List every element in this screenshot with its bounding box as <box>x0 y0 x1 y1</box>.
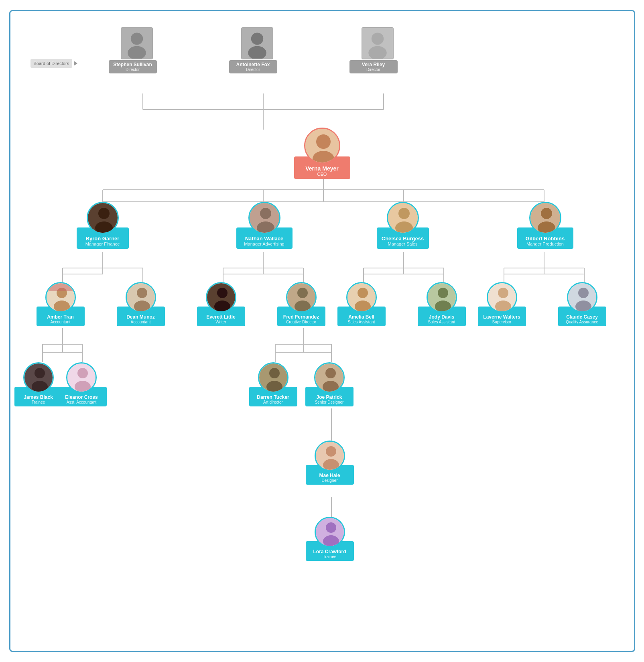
svg-point-69 <box>217 288 228 298</box>
svg-point-85 <box>575 301 591 313</box>
svg-point-88 <box>32 381 48 393</box>
name-dean: Dean Munoz <box>119 314 163 320</box>
svg-point-91 <box>75 381 91 393</box>
name-vera: Vera Riley <box>352 62 395 67</box>
node-byron[interactable]: Byron Garner Manager Finance <box>77 202 129 249</box>
title-jody: Sales Assistant <box>420 320 463 324</box>
svg-point-63 <box>54 301 70 313</box>
avatar-jody <box>427 282 457 313</box>
svg-point-72 <box>297 288 308 298</box>
node-nathan[interactable]: Nathan Wallace Manager Advertising <box>236 202 293 249</box>
title-lora: Trainee <box>308 554 351 559</box>
connector-workers-level4 <box>18 340 626 362</box>
node-amber[interactable]: Amber Tran Accountant <box>37 282 85 326</box>
svg-point-100 <box>323 459 339 471</box>
svg-point-66 <box>137 288 147 298</box>
node-antoinette[interactable]: Antoinette Fox Director <box>237 27 277 73</box>
svg-point-76 <box>355 301 371 313</box>
node-chelsea[interactable]: Chelsea Burgess Manager Sales <box>377 202 429 249</box>
node-verna[interactable]: Verna Meyer CEO <box>294 128 350 180</box>
name-chelsea: Chelsea Burgess <box>380 236 426 242</box>
connector-ceo-managers <box>18 180 626 202</box>
title-byron: Manager Finance <box>80 242 126 246</box>
svg-point-94 <box>266 381 282 393</box>
svg-point-96 <box>325 368 336 378</box>
node-everett[interactable]: Everett Little Writer <box>197 282 245 326</box>
board-label: Board of Directors <box>30 59 78 68</box>
svg-point-81 <box>498 288 508 298</box>
name-antoinette: Antoinette Fox <box>232 62 275 67</box>
node-dean[interactable]: Dean Munoz Accountant <box>117 282 165 326</box>
title-nathan: Manager Advertising <box>240 242 289 246</box>
svg-point-70 <box>214 301 230 313</box>
avatar-joe <box>314 362 345 393</box>
name-laverne: Laverne Walters <box>480 314 524 320</box>
managers-row: Byron Garner Manager Finance Nathan Wall… <box>18 202 626 260</box>
name-amber: Amber Tran <box>39 314 82 320</box>
node-darren[interactable]: Darren Tucker Art director <box>249 362 297 406</box>
svg-point-103 <box>323 535 339 547</box>
v-line-1 <box>263 104 264 128</box>
lora-row: Lora Crawford Trainee <box>18 517 626 573</box>
node-gilbert[interactable]: Gilbert Robbins Manger Production <box>517 202 573 249</box>
board-label-text: Board of Directors <box>30 59 73 68</box>
title-stephen: Director <box>111 67 154 72</box>
name-fred: Fred Fernandez <box>280 314 323 320</box>
workers-row: Amber Tran Accountant Dean Munoz Account… <box>18 282 626 340</box>
avatar-vera <box>362 27 394 59</box>
title-everett: Writer <box>199 320 243 324</box>
node-james[interactable]: James Black Trainee <box>14 362 63 406</box>
board-arrow-icon <box>74 61 77 66</box>
name-joe: Joe Patrick <box>308 394 351 400</box>
connector-joe-mae <box>18 420 626 441</box>
node-eleanor[interactable]: Eleanor Cross Asst. Accountant <box>57 362 107 406</box>
name-eleanor: Eleanor Cross <box>59 394 104 400</box>
node-laverne[interactable]: Laverne Walters Supervisor <box>478 282 526 326</box>
svg-point-84 <box>578 288 589 298</box>
node-mae[interactable]: Mae Hale Designer <box>306 441 354 485</box>
node-amelia[interactable]: Amelia Bell Sales Assistant <box>337 282 386 326</box>
svg-point-78 <box>438 288 448 298</box>
avatar-james <box>23 362 54 393</box>
name-verna: Verna Meyer <box>298 165 346 172</box>
svg-point-73 <box>295 301 311 313</box>
svg-point-102 <box>326 522 336 533</box>
node-fred[interactable]: Fred Fernandez Creative Director <box>277 282 325 326</box>
title-gilbert: Manger Production <box>520 242 570 246</box>
avatar-amber <box>45 282 76 313</box>
name-claude: Claude Casey <box>561 314 604 320</box>
node-stephen[interactable]: Stephen Sullivan Director <box>117 27 157 73</box>
title-verna: CEO <box>298 172 346 177</box>
node-vera[interactable]: Vera Riley Director <box>358 27 398 73</box>
node-claude[interactable]: Claude Casey Quality Assurance <box>558 282 606 326</box>
name-jody: Jody Davis <box>420 314 463 320</box>
name-amelia: Amelia Bell <box>340 314 383 320</box>
avatar-claude <box>567 282 597 313</box>
avatar-dean <box>126 282 156 313</box>
svg-point-87 <box>35 368 45 378</box>
mae-row: Mae Hale Designer <box>18 441 626 497</box>
avatar-darren <box>258 362 288 393</box>
node-lora[interactable]: Lora Crawford Trainee <box>306 517 354 561</box>
avatar-byron <box>87 202 119 234</box>
node-jody[interactable]: Jody Davis Sales Assistant <box>418 282 466 326</box>
name-gilbert: Gilbert Robbins <box>520 236 570 242</box>
title-eleanor: Asst. Accountant <box>59 400 104 404</box>
title-chelsea: Manager Sales <box>380 242 426 246</box>
node-joe[interactable]: Joe Patrick Senior Designer <box>305 362 353 406</box>
title-claude: Quality Assurance <box>561 320 604 324</box>
svg-point-99 <box>326 446 336 457</box>
name-stephen: Stephen Sullivan <box>111 62 154 67</box>
v-line-2 <box>323 180 324 202</box>
org-chart: Board of Directors Stephen Sullivan Dire… <box>18 23 626 573</box>
avatar-fred <box>286 282 317 313</box>
avatar-chelsea <box>387 202 419 234</box>
name-darren: Darren Tucker <box>252 394 295 400</box>
title-laverne: Supervisor <box>480 320 524 324</box>
directors-row: Board of Directors Stephen Sullivan Dire… <box>18 23 626 104</box>
title-james: Trainee <box>17 400 60 404</box>
svg-point-93 <box>269 368 280 378</box>
title-darren: Art director <box>252 400 295 404</box>
svg-point-57 <box>395 221 413 234</box>
svg-point-39 <box>128 46 146 59</box>
